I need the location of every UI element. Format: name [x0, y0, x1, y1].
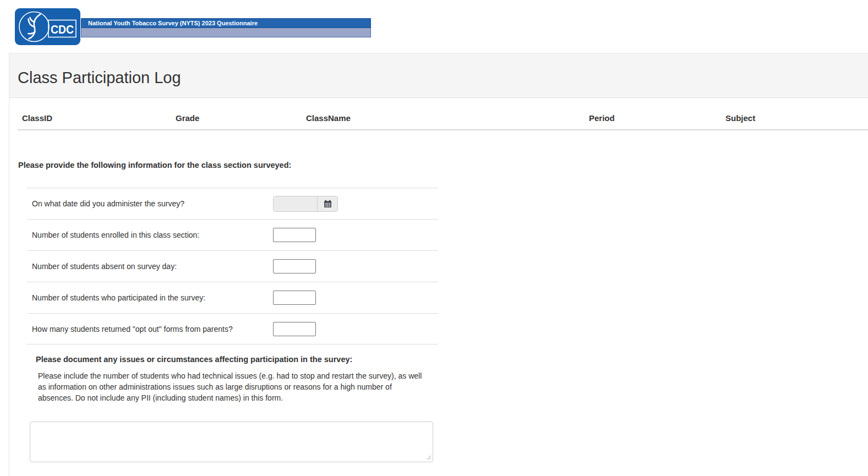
- issues-heading: Please document any issues or circumstan…: [36, 355, 868, 364]
- question-label: Number of students absent on survey day:: [27, 262, 273, 271]
- calendar-button[interactable]: [317, 196, 337, 211]
- column-header-grade: Grade: [176, 113, 306, 123]
- students-participated-input[interactable]: [273, 291, 316, 305]
- question-rows: On what date did you administer the surv…: [27, 188, 438, 344]
- banner-subbar: [81, 28, 371, 37]
- survey-date-input[interactable]: [274, 196, 317, 211]
- resize-handle-icon[interactable]: [427, 455, 432, 460]
- question-label: Number of students enrolled in this clas…: [27, 231, 273, 239]
- form-row: Number of students who participated in t…: [27, 282, 438, 313]
- column-header-subject: Subject: [725, 113, 868, 123]
- question-label: How many students returned "opt out" for…: [27, 325, 273, 333]
- students-absent-input[interactable]: [273, 259, 316, 273]
- students-enrolled-input[interactable]: [273, 228, 316, 242]
- issues-instructions: Please include the number of students wh…: [38, 370, 423, 403]
- cdc-logo: CDC: [15, 8, 80, 45]
- form-row: On what date did you administer the surv…: [27, 188, 438, 219]
- opt-out-forms-input[interactable]: [273, 322, 316, 336]
- survey-date-group: [273, 196, 338, 212]
- question-label: Number of students who participated in t…: [27, 293, 273, 302]
- question-label: On what date did you administer the surv…: [27, 199, 273, 208]
- form-row: How many students returned "opt out" for…: [27, 313, 438, 344]
- survey-banner: National Youth Tobacco Survey (NYTS) 202…: [81, 18, 371, 37]
- calendar-icon: [324, 200, 332, 208]
- form-row: Number of students absent on survey day:: [27, 250, 438, 282]
- cdc-logo-label: CDC: [51, 23, 74, 36]
- banner-title: National Youth Tobacco Survey (NYTS) 202…: [81, 18, 371, 28]
- form-intro: Please provide the following information…: [18, 161, 868, 169]
- column-header-classid: ClassID: [22, 113, 176, 123]
- class-participation-panel: Class Participation Log ClassID Grade Cl…: [9, 53, 868, 476]
- column-header-period: Period: [589, 113, 725, 123]
- page-title: Class Participation Log: [18, 69, 868, 87]
- class-table-header: ClassID Grade ClassName Period Subject: [18, 98, 868, 130]
- column-header-classname: ClassName: [306, 113, 589, 123]
- issues-textarea-wrap: [30, 422, 433, 462]
- form-row: Number of students enrolled in this clas…: [27, 219, 438, 250]
- hhs-eagle-seal-icon: CDC: [15, 8, 80, 45]
- issues-textarea[interactable]: [30, 422, 433, 462]
- panel-heading: Class Participation Log: [9, 53, 868, 98]
